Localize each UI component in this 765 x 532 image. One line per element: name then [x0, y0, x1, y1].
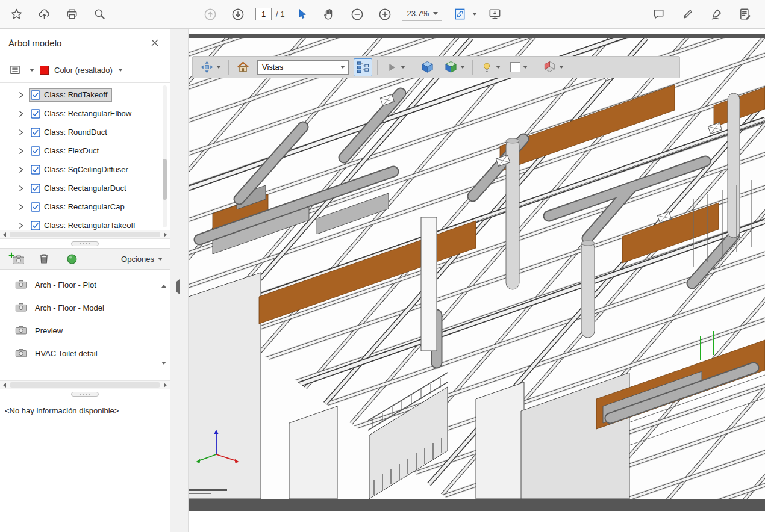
- tree-item-selection[interactable]: Class: RectangularCap: [29, 200, 130, 214]
- share-button[interactable]: [34, 4, 54, 25]
- panel-splitter[interactable]: [0, 389, 170, 398]
- chevron-right-icon[interactable]: [17, 203, 25, 211]
- reading-mode-button[interactable]: [484, 4, 505, 25]
- highlight-color-swatch[interactable]: [40, 66, 49, 75]
- chevron-down-icon[interactable]: [118, 69, 123, 72]
- splitter-grip[interactable]: [71, 392, 99, 397]
- highlight-button[interactable]: [677, 4, 698, 25]
- next-page-button[interactable]: [228, 4, 248, 25]
- close-panel-button[interactable]: [147, 35, 163, 51]
- scroll-left-icon[interactable]: [1, 382, 8, 388]
- scroll-left-icon[interactable]: [1, 231, 8, 238]
- tree-item[interactable]: Class: RectangularCap: [0, 197, 170, 216]
- zoom-level-dropdown[interactable]: 23.7%: [402, 7, 442, 21]
- tree-item[interactable]: Class: RectangularTakeoff: [0, 216, 170, 230]
- tree-item[interactable]: Class: RoundDuct: [0, 123, 170, 141]
- page-down-icon: [231, 7, 245, 22]
- panel-collapse-strip[interactable]: [170, 29, 189, 532]
- tree-scrollbar-track[interactable]: [163, 85, 167, 227]
- tree-view-options-button[interactable]: [6, 61, 24, 79]
- fill-sign-button[interactable]: [735, 4, 755, 25]
- tree-scrollbar-thumb[interactable]: [163, 159, 167, 200]
- checkbox-checked-icon[interactable]: [31, 221, 40, 230]
- checkbox-checked-icon[interactable]: [31, 202, 40, 212]
- tree-horizontal-scrollbar[interactable]: [0, 230, 170, 239]
- chevron-down-icon[interactable]: [401, 66, 405, 69]
- tree-item[interactable]: Class: RectangularDuct: [0, 179, 170, 197]
- views-horizontal-scrollbar[interactable]: [0, 380, 170, 389]
- tree-item-selection[interactable]: Class: RectangularDuct: [29, 182, 131, 195]
- checkbox-checked-icon[interactable]: [31, 90, 40, 100]
- checkbox-checked-icon[interactable]: [31, 146, 40, 156]
- collapse-panel-icon[interactable]: [176, 282, 180, 292]
- chevron-down-icon[interactable]: [472, 13, 477, 16]
- view-item[interactable]: Arch - Floor - Model: [0, 296, 170, 319]
- fit-page-button[interactable]: [449, 4, 470, 25]
- 3d-viewport-canvas[interactable]: [189, 38, 765, 499]
- checkbox-checked-icon[interactable]: [31, 128, 40, 137]
- model-tree-toggle-button[interactable]: [354, 58, 372, 76]
- tree-item-selection[interactable]: Class: RectangularTakeoff: [29, 219, 140, 230]
- tree-item[interactable]: Class: RndTakeoff: [0, 85, 170, 104]
- chevron-right-icon[interactable]: [17, 165, 25, 174]
- checkbox-checked-icon[interactable]: [31, 109, 40, 119]
- add-view-button[interactable]: [7, 250, 25, 268]
- rotate-tool-button[interactable]: [198, 58, 223, 76]
- chevron-down-icon[interactable]: [30, 69, 34, 72]
- default-view-button[interactable]: [63, 250, 81, 268]
- scroll-right-icon[interactable]: [162, 231, 169, 238]
- tree-item-selection[interactable]: Class: RoundDuct: [29, 126, 112, 139]
- tree-item-selection[interactable]: Class: RndTakeoff: [29, 88, 112, 102]
- page-number-input[interactable]: 1: [255, 8, 272, 20]
- play-animation-button[interactable]: [382, 58, 408, 76]
- previous-page-button[interactable]: [200, 4, 220, 25]
- use-3d-tool-button[interactable]: [418, 58, 437, 76]
- print-button[interactable]: [61, 4, 82, 25]
- chevron-down-icon[interactable]: [460, 66, 465, 69]
- tree-item-selection[interactable]: Class: FlexDuct: [29, 144, 104, 158]
- chevron-right-icon[interactable]: [17, 184, 25, 193]
- sign-button[interactable]: [706, 4, 726, 25]
- splitter-grip[interactable]: [71, 241, 99, 246]
- scrollbar-thumb[interactable]: [10, 382, 160, 388]
- scrollbar-thumb[interactable]: [10, 232, 160, 237]
- scroll-right-icon[interactable]: [162, 382, 169, 388]
- chevron-right-icon[interactable]: [17, 110, 25, 118]
- tree-item-selection[interactable]: Class: RectangularElbow: [29, 107, 136, 120]
- render-mode-button[interactable]: [442, 58, 467, 76]
- scroll-up-icon[interactable]: [161, 274, 166, 285]
- lighting-button[interactable]: [478, 58, 503, 76]
- chevron-right-icon[interactable]: [17, 147, 25, 155]
- view-item[interactable]: Preview: [0, 319, 170, 342]
- panel-splitter[interactable]: [0, 239, 170, 248]
- chevron-right-icon[interactable]: [17, 221, 25, 230]
- comment-button[interactable]: [648, 4, 669, 25]
- zoom-out-button[interactable]: [347, 4, 367, 25]
- tree-item[interactable]: Class: FlexDuct: [0, 141, 170, 160]
- chevron-right-icon[interactable]: [17, 91, 25, 99]
- checkbox-checked-icon[interactable]: [31, 184, 40, 193]
- checkbox-checked-icon[interactable]: [31, 165, 40, 175]
- chevron-down-icon[interactable]: [496, 66, 501, 69]
- chevron-down-icon[interactable]: [559, 66, 564, 69]
- hand-tool-button[interactable]: [319, 4, 340, 25]
- scroll-down-icon[interactable]: [161, 365, 166, 376]
- search-button[interactable]: [89, 4, 110, 25]
- select-tool-button[interactable]: [292, 4, 312, 25]
- tree-item-selection[interactable]: Class: SqCeilingDiffuser: [29, 163, 133, 176]
- options-dropdown[interactable]: Opciones: [121, 255, 163, 264]
- background-color-button[interactable]: [508, 58, 530, 76]
- favorites-button[interactable]: [6, 4, 27, 25]
- tree-item[interactable]: Class: RectangularElbow: [0, 104, 170, 123]
- chevron-down-icon[interactable]: [523, 66, 528, 69]
- default-view-home-button[interactable]: [234, 58, 252, 76]
- views-select[interactable]: Vistas: [257, 60, 349, 75]
- view-item[interactable]: HVAC Toilet detail: [0, 342, 170, 365]
- cross-section-button[interactable]: [540, 58, 566, 76]
- delete-view-button[interactable]: [35, 250, 53, 268]
- tree-item[interactable]: Class: SqCeilingDiffuser: [0, 160, 170, 179]
- chevron-down-icon[interactable]: [216, 66, 221, 69]
- zoom-in-button[interactable]: [375, 4, 395, 25]
- view-item[interactable]: Arch - Floor - Plot: [0, 273, 170, 296]
- chevron-right-icon[interactable]: [17, 128, 25, 137]
